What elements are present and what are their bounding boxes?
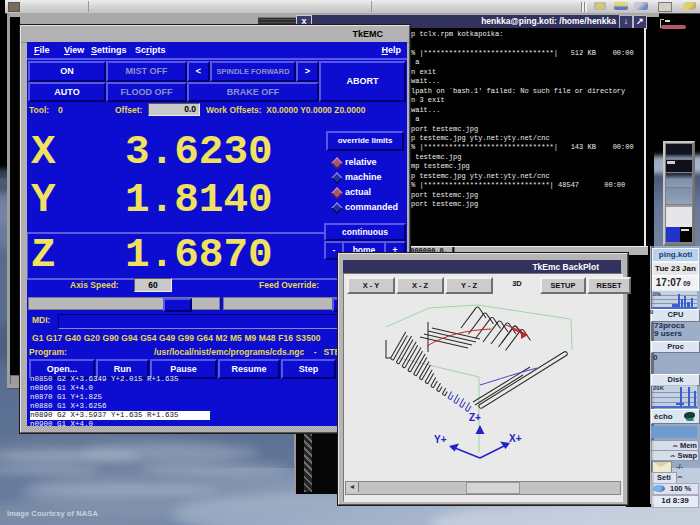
svg-text:Z+: Z+ xyxy=(469,412,481,423)
svg-text:X+: X+ xyxy=(509,433,522,444)
svg-text:Y+: Y+ xyxy=(434,434,447,445)
